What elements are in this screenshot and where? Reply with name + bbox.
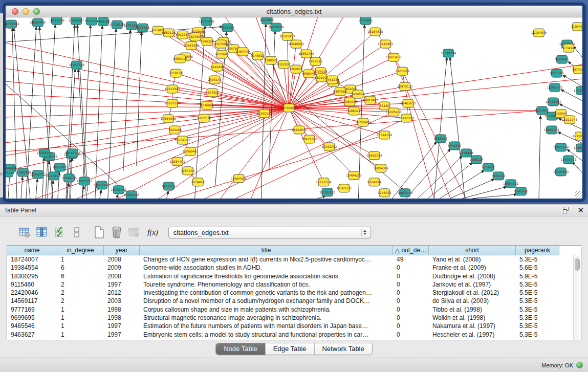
function-builder-icon[interactable]: f(x) <box>147 228 158 237</box>
column-header-out_degree[interactable]: △ out_de… <box>393 246 429 255</box>
network-node[interactable]: 9474444 <box>460 149 473 157</box>
network-node[interactable]: 10653287 <box>69 17 84 25</box>
zoom-window-icon[interactable] <box>33 8 40 15</box>
network-node[interactable]: 11154808 <box>531 29 547 37</box>
network-node[interactable]: 7485063 <box>396 67 409 75</box>
table-selector-dropdown[interactable]: citations_edges.txt <box>168 227 371 238</box>
network-node[interactable]: 7955812 <box>309 57 322 65</box>
network-node[interactable]: 1974343 <box>572 65 582 74</box>
column-header-short[interactable]: short <box>429 246 516 255</box>
network-node[interactable]: 10654112 <box>503 180 519 188</box>
network-node[interactable]: 9146821 <box>251 52 265 60</box>
network-edge[interactable] <box>434 57 447 199</box>
column-header-in_degree[interactable]: in_degree <box>57 246 104 255</box>
network-node[interactable]: 24055724 <box>6 20 19 28</box>
network-node[interactable]: 1195410 <box>571 23 582 31</box>
network-node[interactable]: 2887682 <box>359 17 373 25</box>
network-node[interactable]: 8471676 <box>492 172 506 180</box>
network-edge[interactable] <box>167 191 168 199</box>
scrollbar-thumb[interactable] <box>575 258 580 271</box>
network-edge[interactable] <box>6 69 289 108</box>
column-header-year[interactable]: year <box>104 246 140 255</box>
network-node[interactable]: 9245033 <box>378 189 391 197</box>
network-node[interactable]: 7634412 <box>191 178 205 186</box>
window-resize-grip[interactable] <box>575 191 582 198</box>
network-node[interactable]: 12116334 <box>316 178 332 186</box>
network-node[interactable]: 18325419 <box>279 32 295 40</box>
network-edge[interactable] <box>36 179 37 199</box>
network-node[interactable]: 1362615 <box>289 65 303 73</box>
network-node[interactable]: 9660128 <box>162 29 176 37</box>
network-node[interactable]: 15720487 <box>355 118 371 126</box>
network-node[interactable]: 9129996 <box>555 55 569 63</box>
network-edge[interactable] <box>77 25 88 191</box>
network-node[interactable]: 8454749 <box>236 48 250 56</box>
network-node[interactable]: 62160 <box>379 102 390 110</box>
table-row[interactable]: 1872400712008Changes of HCN gene express… <box>7 255 581 264</box>
tab-network-table[interactable]: Network Table <box>314 343 372 355</box>
table-row[interactable]: 1938455462009Genome-wide association stu… <box>7 264 581 272</box>
network-edge[interactable] <box>472 194 517 199</box>
column-visibility-icon[interactable] <box>35 226 49 239</box>
network-node[interactable]: 1588520 <box>264 56 278 64</box>
network-node[interactable]: 16154838 <box>367 28 383 36</box>
network-node[interactable]: 19654933 <box>160 115 176 123</box>
network-node[interactable]: 11544332 <box>377 131 393 139</box>
network-node[interactable]: 12554401 <box>169 158 185 166</box>
network-node[interactable]: 16640910 <box>288 40 304 48</box>
network-node[interactable]: 7925402 <box>168 126 182 134</box>
network-edge[interactable] <box>450 57 465 199</box>
network-node[interactable]: 15692971 <box>544 126 560 134</box>
network-edge[interactable] <box>221 108 289 199</box>
table-row[interactable]: 969969511998Structural magnetic resonanc… <box>7 314 581 322</box>
network-node[interactable]: 12444194 <box>546 98 561 106</box>
network-node[interactable]: 16211043 <box>562 116 578 124</box>
network-node[interactable]: 1624554 <box>351 90 365 98</box>
network-node[interactable]: 25300293 <box>256 110 272 118</box>
network-node[interactable]: 2718126 <box>169 69 183 77</box>
network-node[interactable]: 6497568 <box>333 87 347 96</box>
network-node[interactable]: 10719155 <box>110 20 125 29</box>
network-edge[interactable] <box>6 108 289 117</box>
network-node[interactable]: 12734410 <box>574 86 582 95</box>
network-node[interactable]: 17957253 <box>77 177 93 185</box>
select-all-icon[interactable] <box>52 226 66 239</box>
network-node[interactable]: 18923404 <box>397 189 413 197</box>
network-edge[interactable] <box>48 161 49 199</box>
network-node[interactable]: 7254402 <box>181 167 194 175</box>
network-edge[interactable] <box>6 56 289 108</box>
network-node[interactable]: 10654033 <box>231 174 247 183</box>
network-node[interactable]: 9242844 <box>210 63 224 71</box>
network-node[interactable]: 7632621 <box>482 163 495 171</box>
network-node[interactable]: 12156312 <box>319 188 335 196</box>
tab-edge-table[interactable]: Edge Table <box>265 343 314 355</box>
network-node[interactable]: 10807487 <box>362 96 378 104</box>
network-node[interactable]: 9457751 <box>162 182 176 190</box>
network-node[interactable]: 16054302 <box>373 164 389 172</box>
network-node[interactable]: 16060441 <box>182 147 198 156</box>
network-edge[interactable] <box>572 162 582 173</box>
network-node[interactable]: 17104554 <box>553 168 569 176</box>
network-node[interactable]: 9164954 <box>367 178 381 186</box>
network-edge[interactable] <box>217 67 289 108</box>
table-row[interactable]: 977716911998Corpus callosum shape and si… <box>7 305 581 314</box>
network-edge[interactable] <box>289 108 354 176</box>
network-node[interactable]: 9327508 <box>214 40 228 48</box>
network-node[interactable]: 16495755 <box>399 114 415 122</box>
network-node[interactable]: 10165121 <box>336 184 352 192</box>
table-options-icon[interactable] <box>17 226 31 239</box>
network-node[interactable]: 16053809 <box>199 17 214 26</box>
network-node[interactable]: 19111456 <box>49 17 65 25</box>
network-node[interactable]: 16648794 <box>441 49 456 57</box>
delete-column-icon[interactable] <box>110 226 123 239</box>
network-edge[interactable] <box>462 187 507 199</box>
network-node[interactable]: 1145194 <box>47 172 61 180</box>
network-node[interactable]: 8958923 <box>434 135 448 143</box>
table-row[interactable]: 1456911722003Disruption of a novel membe… <box>7 297 581 305</box>
close-panel-icon[interactable]: ✕ <box>577 207 584 214</box>
network-edge[interactable] <box>6 108 289 130</box>
network-edge[interactable] <box>394 57 450 199</box>
network-node[interactable]: 17016504 <box>553 143 569 151</box>
network-node[interactable]: 13505135 <box>61 174 77 182</box>
network-edge[interactable] <box>269 31 275 171</box>
